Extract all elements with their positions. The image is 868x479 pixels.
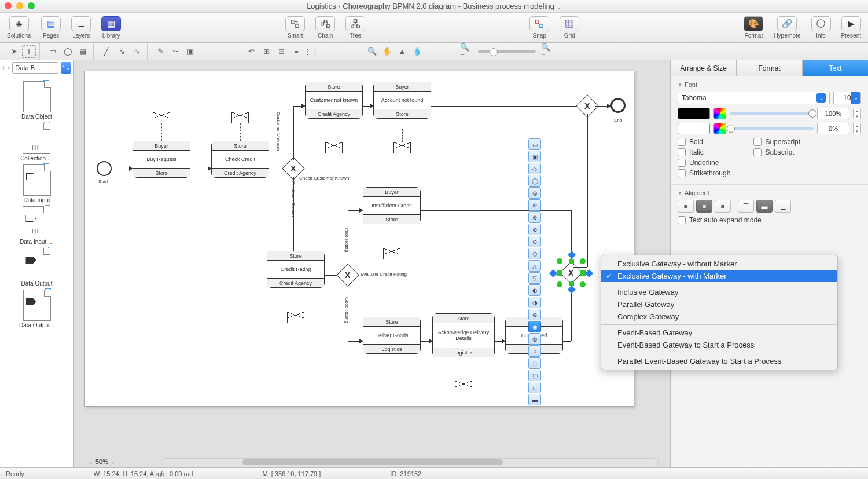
stamp-tool-icon[interactable]: ▣ [183, 45, 197, 58]
diagram-canvas[interactable]: Start Buyer Buy Request Store Store Chec… [84, 71, 634, 407]
align-right-icon[interactable]: ≡ [715, 200, 731, 213]
rect-tool-icon[interactable]: ▭ [46, 45, 60, 58]
present-button[interactable]: ▶Present [841, 16, 861, 39]
task-acknowledge-delivery[interactable]: Store Acknowledge Delivery Details Logis… [432, 313, 495, 357]
smart-opt-icon[interactable]: ⬡ [528, 248, 541, 259]
task-deliver-goods[interactable]: Store Deliver Goods Logistics [363, 317, 421, 354]
tab-format[interactable]: Format [737, 60, 803, 76]
color-picker-icon[interactable] [713, 123, 726, 134]
task-credit-rating[interactable]: Store Credit Rating Credit Agency [267, 251, 325, 288]
menu-event-based-start[interactable]: Event-Based Gateway to Start a Process [601, 339, 837, 351]
tab-text[interactable]: Text [803, 60, 868, 76]
task-customer-not-known[interactable]: Store Customer not known Credit Agency [305, 82, 363, 119]
grid-button[interactable]: Grid [560, 16, 579, 39]
smart-opt-icon[interactable]: ⊗ [528, 211, 541, 223]
smart-opt-icon[interactable]: ⬚ [528, 370, 541, 381]
valign-bottom-icon[interactable]: ▁ [775, 200, 791, 213]
pointer-tool-icon[interactable]: ➤ [7, 45, 21, 58]
opacity-value-1[interactable]: 100% [817, 108, 849, 119]
task-check-credit[interactable]: Store Check Credit Credit Agency [211, 141, 269, 178]
nav-fwd-icon[interactable]: › [8, 63, 10, 72]
smart-opt-icon[interactable]: ▬ [528, 394, 541, 405]
connector-tool-icon[interactable]: ↘ [115, 45, 128, 58]
menu-exclusive-with-marker[interactable]: ✓Exclusive Gateway - with Marker [601, 270, 837, 282]
font-family-select[interactable]: Tahoma⌄ [678, 92, 830, 104]
format-button[interactable]: 🎨Format [744, 16, 763, 39]
smart-opt-icon[interactable]: ▱ [528, 382, 541, 393]
library-button[interactable]: ▦Library [101, 16, 121, 39]
smart-opt-icon[interactable]: ⊘ [528, 224, 541, 235]
library-shape-data-input[interactable]: Data Input [22, 163, 52, 203]
alignment-section-header[interactable]: Aligment [678, 189, 861, 196]
smart-opt-icon[interactable]: ◎ [528, 187, 541, 199]
zoom-slider[interactable] [478, 50, 536, 53]
color-picker-icon[interactable] [713, 108, 726, 119]
tree-button[interactable]: Tree [345, 16, 365, 39]
bg-color-swatch[interactable] [678, 123, 710, 134]
smart-opt-icon[interactable]: △ [528, 260, 541, 272]
smart-opt-icon[interactable]: ⊙ [528, 236, 541, 247]
underline-checkbox[interactable]: Underline [678, 159, 730, 167]
pen-tool-icon[interactable]: ✎ [153, 45, 167, 58]
subscript-checkbox[interactable]: Subscript [753, 148, 800, 156]
smart-opt-icon[interactable]: ⊕ [528, 199, 541, 211]
bold-checkbox[interactable]: Bold [678, 138, 730, 146]
snap-button[interactable]: Snap [529, 16, 549, 39]
table-tool-icon[interactable]: ▤ [76, 45, 90, 58]
smart-opt-selected-icon[interactable]: ◉ [528, 321, 541, 332]
library-shape-data-input-[interactable]: IIIData Input … [20, 205, 54, 245]
minimize-icon[interactable] [16, 2, 23, 9]
hand-icon[interactable]: ✋ [380, 45, 394, 58]
task-buy-request[interactable]: Buyer Buy Request Store [133, 141, 190, 178]
horizontal-scrollbar[interactable] [161, 458, 659, 466]
menu-exclusive-no-marker[interactable]: Exclusive Gateway - without Marker [601, 258, 837, 270]
layers-button[interactable]: ≣Layers [71, 16, 91, 39]
zoom-in-icon[interactable]: 🔍⁺ [540, 45, 554, 58]
zoom-display[interactable]: ⌄ 50% ⌄ [89, 458, 115, 465]
opacity-stepper-2[interactable]: ▲▼ [853, 123, 861, 134]
menu-parallel-gateway[interactable]: Parallel Gateway [601, 298, 837, 310]
smart-opt-icon[interactable]: ◑ [528, 297, 541, 308]
smart-opt-icon[interactable]: ◇ [528, 163, 541, 174]
valign-middle-icon[interactable]: ▬ [756, 200, 773, 213]
menu-event-based-gateway[interactable]: Event-Based Gateway [601, 327, 837, 339]
menu-inclusive-gateway[interactable]: Inclusive Gateway [601, 286, 837, 298]
text-auto-expand-checkbox[interactable]: Text auto expand mode [678, 216, 861, 224]
hypernote-button[interactable]: 🔗Hypernote [774, 16, 800, 39]
valign-top-icon[interactable]: ▔ [738, 200, 754, 213]
smart-shape-palette[interactable]: ▭ ▣ ◇ ◯ ◎ ⊕ ⊗ ⊘ ⊙ ⬡ △ ▽ ◐ ◑ ⊚ ◉ ◍ ○ ◌ ⬚ [528, 138, 541, 405]
opacity-slider-1[interactable] [730, 112, 814, 115]
ungroup-icon[interactable]: ⊟ [274, 45, 288, 58]
group-icon[interactable]: ⊞ [259, 45, 273, 58]
text-tool-icon[interactable]: T [22, 45, 36, 58]
chain-button[interactable]: Chain [315, 16, 335, 39]
solutions-button[interactable]: ◈Solutions [7, 16, 31, 39]
gateway-context-menu[interactable]: Exclusive Gateway - without Marker ✓Excl… [601, 255, 838, 370]
italic-checkbox[interactable]: Italic [678, 148, 730, 156]
ellipse-tool-icon[interactable]: ◯ [61, 45, 75, 58]
tab-arrange-size[interactable]: Arrange & Size [671, 60, 737, 76]
magnify-icon[interactable]: 🔍 [365, 45, 379, 58]
opacity-stepper-1[interactable]: ▲▼ [853, 108, 861, 119]
opacity-slider-2[interactable] [730, 127, 814, 130]
smart-opt-icon[interactable]: ▭ [528, 138, 541, 150]
close-icon[interactable] [5, 2, 12, 9]
font-section-header[interactable]: Font [678, 81, 861, 88]
fill-icon[interactable]: ▲ [395, 45, 409, 58]
zoom-out-icon[interactable]: 🔍⁻ [459, 45, 473, 58]
menu-parallel-event-based-start[interactable]: Parallel Event-Based Gateway to Start a … [601, 355, 837, 367]
info-button[interactable]: ⓘInfo [811, 16, 831, 39]
canvas-area[interactable]: Start Buyer Buy Request Store Store Chec… [74, 60, 670, 467]
curve-tool-icon[interactable]: ∿ [130, 45, 144, 58]
align-center-icon[interactable]: ≡ [696, 200, 712, 213]
smart-opt-icon[interactable]: ◍ [528, 333, 541, 345]
eyedropper-icon[interactable]: 💧 [410, 45, 424, 58]
align-icon[interactable]: ≡ [289, 45, 303, 58]
menu-complex-gateway[interactable]: Complex Gateway [601, 310, 837, 323]
strikethrough-checkbox[interactable]: Strikethrough [678, 169, 730, 177]
task-account-not-found[interactable]: Buyer Account not found Store [373, 82, 431, 119]
superscript-checkbox[interactable]: Superscript [753, 138, 800, 146]
smart-button[interactable]: Smart [285, 16, 305, 39]
library-shape-collection-[interactable]: IIICollection … [20, 122, 53, 162]
task-insufficient-credit[interactable]: Buyer Insufficient Credit Store [363, 187, 421, 224]
